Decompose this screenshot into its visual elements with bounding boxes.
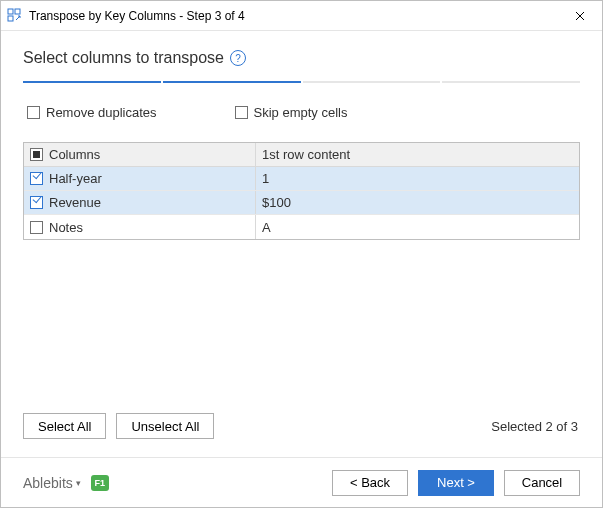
header-cell-firstrow: 1st row content (256, 143, 579, 166)
progress-seg-2 (163, 81, 301, 83)
progress-seg-1 (23, 81, 161, 83)
help-f1-button[interactable]: F1 (91, 475, 109, 491)
remove-duplicates-checkbox[interactable]: Remove duplicates (27, 105, 157, 120)
selection-footer: Select All Unselect All Selected 2 of 3 (23, 413, 580, 439)
brand-label: Ablebits (23, 475, 73, 491)
skip-empty-label: Skip empty cells (254, 105, 348, 120)
cancel-button[interactable]: Cancel (504, 470, 580, 496)
select-all-checkbox-icon (30, 148, 43, 161)
heading-row: Select columns to transpose ? (23, 49, 580, 67)
row-first-content: $100 (262, 195, 291, 210)
row-name: Notes (49, 220, 83, 235)
brand-menu[interactable]: Ablebits ▾ (23, 475, 81, 491)
page-heading: Select columns to transpose (23, 49, 224, 67)
row-checkbox-icon (30, 221, 43, 234)
step-progress (23, 81, 580, 83)
table-row[interactable]: Notes A (24, 215, 579, 239)
svg-rect-1 (8, 16, 13, 21)
select-all-button[interactable]: Select All (23, 413, 106, 439)
row-checkbox-icon (30, 196, 43, 209)
row-name: Half-year (49, 171, 102, 186)
checkbox-icon (235, 106, 248, 119)
table-row[interactable]: Revenue $100 (24, 191, 579, 215)
svg-rect-0 (8, 9, 13, 14)
options-row: Remove duplicates Skip empty cells (23, 105, 580, 120)
content-area: Select columns to transpose ? Remove dup… (1, 31, 602, 457)
help-icon[interactable]: ? (230, 50, 246, 66)
row-name: Revenue (49, 195, 101, 210)
header-col2-label: 1st row content (262, 147, 350, 162)
header-cell-columns[interactable]: Columns (24, 143, 256, 166)
svg-rect-2 (15, 9, 20, 14)
close-button[interactable] (557, 1, 602, 31)
selection-status: Selected 2 of 3 (491, 419, 580, 434)
row-checkbox-icon (30, 172, 43, 185)
chevron-down-icon: ▾ (76, 478, 81, 488)
titlebar: Transpose by Key Columns - Step 3 of 4 (1, 1, 602, 31)
table-row[interactable]: Half-year 1 (24, 167, 579, 191)
app-icon (7, 8, 23, 24)
window-title: Transpose by Key Columns - Step 3 of 4 (29, 9, 557, 23)
row-first-content: 1 (262, 171, 269, 186)
checkbox-icon (27, 106, 40, 119)
row-first-content: A (262, 220, 271, 235)
skip-empty-checkbox[interactable]: Skip empty cells (235, 105, 348, 120)
remove-duplicates-label: Remove duplicates (46, 105, 157, 120)
header-col1-label: Columns (49, 147, 100, 162)
progress-seg-4 (442, 81, 580, 83)
progress-seg-3 (303, 81, 441, 83)
unselect-all-button[interactable]: Unselect All (116, 413, 214, 439)
nav-buttons: < Back Next > Cancel (332, 470, 580, 496)
dialog-window: Transpose by Key Columns - Step 3 of 4 S… (0, 0, 603, 508)
table-header-row: Columns 1st row content (24, 143, 579, 167)
columns-table: Columns 1st row content Half-year 1 (23, 142, 580, 240)
bottom-bar: Ablebits ▾ F1 < Back Next > Cancel (1, 457, 602, 507)
next-button[interactable]: Next > (418, 470, 494, 496)
back-button[interactable]: < Back (332, 470, 408, 496)
